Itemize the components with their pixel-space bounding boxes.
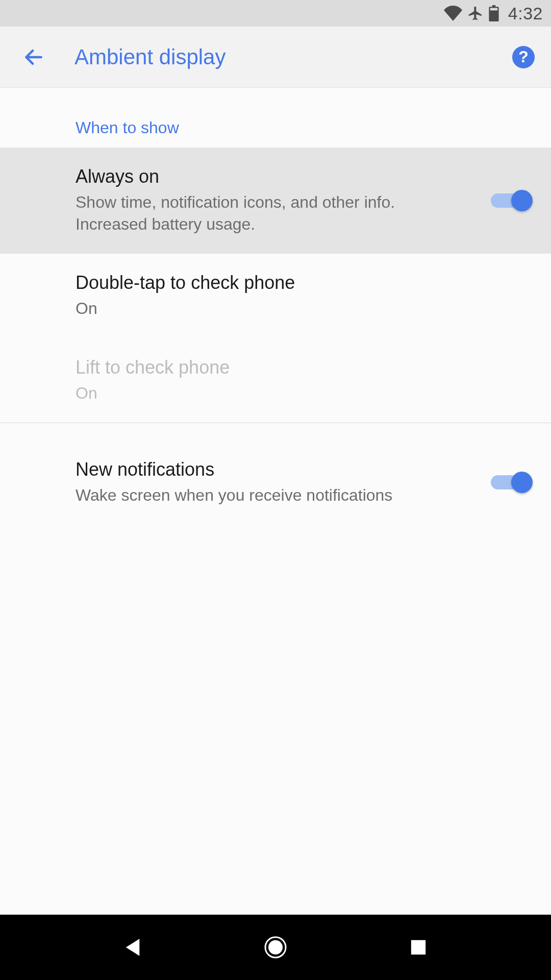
always-on-switch[interactable] (491, 189, 529, 212)
svg-point-2 (268, 940, 283, 954)
wifi-icon (444, 6, 462, 21)
airplane-icon (467, 5, 484, 21)
setting-subtitle: On (76, 382, 508, 404)
setting-title: Always on (76, 166, 470, 187)
nav-back-button[interactable] (112, 927, 153, 968)
setting-subtitle: Wake screen when you receive notificatio… (76, 484, 470, 506)
page-title: Ambient display (74, 45, 512, 69)
setting-always-on[interactable]: Always on Show time, notification icons,… (0, 148, 551, 254)
setting-lift-to-check: Lift to check phone On (0, 338, 551, 423)
setting-double-tap[interactable]: Double-tap to check phone On (0, 254, 551, 338)
setting-subtitle: Show time, notification icons, and other… (76, 191, 470, 235)
setting-title: Lift to check phone (76, 357, 508, 378)
help-icon: ? (518, 47, 529, 66)
empty-space (0, 525, 551, 915)
setting-new-notifications[interactable]: New notifications Wake screen when you r… (0, 423, 551, 525)
setting-subtitle: On (76, 298, 508, 320)
setting-title: New notifications (76, 459, 470, 480)
back-button[interactable] (22, 46, 45, 68)
settings-list: When to show Always on Show time, notifi… (0, 88, 551, 525)
section-header-when-to-show: When to show (0, 88, 551, 148)
svg-rect-0 (490, 8, 497, 11)
help-button[interactable]: ? (512, 46, 535, 68)
setting-title: Double-tap to check phone (76, 272, 508, 293)
battery-icon (489, 5, 499, 21)
nav-home-button[interactable] (255, 927, 296, 968)
navigation-bar (0, 915, 551, 980)
status-time: 4:32 (508, 4, 543, 23)
svg-rect-3 (411, 940, 425, 954)
status-bar: 4:32 (0, 0, 551, 27)
nav-recents-button[interactable] (398, 927, 439, 968)
notifications-switch[interactable] (491, 471, 529, 494)
app-bar: Ambient display ? (0, 27, 551, 88)
